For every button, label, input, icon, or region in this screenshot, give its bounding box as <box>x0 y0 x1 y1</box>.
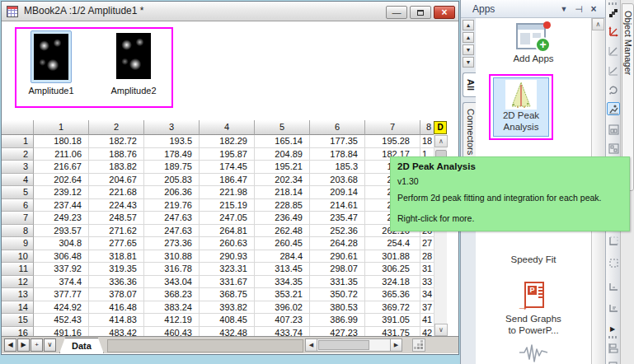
sheet-tab-data[interactable]: Data <box>59 338 104 353</box>
scroll-up-button[interactable]: ∧ <box>434 135 448 147</box>
toolbar-grip[interactable] <box>608 2 618 5</box>
row-header-13[interactable]: 13 <box>2 288 34 301</box>
prev-sheet-button[interactable]: ◀ <box>4 338 16 352</box>
cell[interactable]: 195.87 <box>200 148 255 161</box>
cell[interactable]: 248.57 <box>89 212 144 225</box>
cell[interactable]: 313.45 <box>255 263 310 276</box>
cell[interactable]: 203.68 <box>310 174 365 187</box>
thumbnail-amplitude1[interactable]: Amplitude1 <box>25 30 77 96</box>
cell[interactable]: 416.48 <box>89 301 144 315</box>
row-header-2[interactable]: 2 <box>2 148 34 161</box>
cell[interactable]: 205.83 <box>144 174 200 187</box>
row-header-7[interactable]: 7 <box>2 212 34 225</box>
table-corner-cell[interactable] <box>2 120 34 135</box>
next-sheet-button[interactable]: ▶ <box>17 338 30 352</box>
row-header-5[interactable]: 5 <box>2 186 34 199</box>
cell[interactable]: 239.12 <box>34 186 89 199</box>
cell[interactable]: 182.29 <box>200 135 255 148</box>
cell[interactable]: 34 <box>420 288 434 301</box>
xy-axes-icon[interactable] <box>607 25 620 38</box>
axis-frame-icon-4[interactable] <box>607 301 620 315</box>
row-header-9[interactable]: 9 <box>2 237 34 250</box>
col-header-5[interactable]: 5 <box>255 120 310 135</box>
panel-menu-icon[interactable]: ▼ <box>558 3 570 15</box>
cell[interactable]: 452.43 <box>34 314 89 327</box>
cell[interactable]: 316.78 <box>144 263 200 276</box>
cell[interactable]: 306.25 <box>365 263 420 276</box>
cell[interactable]: 298.07 <box>310 263 365 276</box>
line-plot2-icon[interactable] <box>607 64 620 77</box>
cell[interactable]: 249.23 <box>34 212 89 225</box>
resize-grip[interactable] <box>412 338 425 352</box>
cell[interactable]: 247.05 <box>200 212 255 225</box>
cell[interactable]: 260.45 <box>255 237 310 250</box>
cell[interactable]: 391.05 <box>365 314 420 327</box>
row-header-8[interactable]: 8 <box>2 225 34 238</box>
cell[interactable]: 393.82 <box>200 301 255 315</box>
cell[interactable]: 186.47 <box>200 174 255 187</box>
cell[interactable]: 264.81 <box>200 225 255 238</box>
cell[interactable]: 310.88 <box>144 250 200 264</box>
cell[interactable]: 323.31 <box>200 263 255 276</box>
row-header-1[interactable]: 1 <box>2 135 34 148</box>
axis-frame-icon-2[interactable] <box>607 257 620 270</box>
matrix-steps-icon[interactable] <box>607 7 620 21</box>
cell[interactable]: 209.14 <box>310 186 365 199</box>
cell[interactable]: 202.34 <box>255 174 310 187</box>
cell[interactable]: 337.92 <box>34 263 89 276</box>
cell[interactable]: 353.21 <box>255 288 310 301</box>
tab-scroll-bottom-button[interactable]: ▼ <box>463 57 474 68</box>
data-mode-button[interactable]: D <box>434 121 447 134</box>
scroll-right-button[interactable]: ▶ <box>390 339 402 351</box>
cell[interactable]: 218.14 <box>255 186 310 199</box>
sheet-list-button[interactable]: ∨ <box>44 338 56 352</box>
panel-close-icon[interactable]: × <box>588 3 599 15</box>
cell[interactable]: 412.19 <box>144 314 200 327</box>
cell[interactable]: 254.4 <box>365 237 420 250</box>
tab-scroll-top-button[interactable]: ▲ <box>463 20 474 30</box>
cell[interactable]: 378.07 <box>89 288 144 301</box>
col-header-1[interactable]: 1 <box>34 120 89 135</box>
row-header-11[interactable]: 11 <box>2 263 34 276</box>
col-header-7[interactable]: 7 <box>365 120 420 135</box>
cell[interactable]: 180.18 <box>34 135 89 148</box>
cell[interactable]: 178.84 <box>310 148 365 161</box>
window-titlebar[interactable]: MBook2A :1/2 Amplitude1 * — × <box>2 2 458 21</box>
cell[interactable]: 224.43 <box>89 199 144 212</box>
cell[interactable]: 380.53 <box>310 301 365 315</box>
cell[interactable]: 290.61 <box>310 250 365 264</box>
cell[interactable]: 195.28 <box>365 135 420 148</box>
cell[interactable]: 183.82 <box>89 161 144 174</box>
cell[interactable]: 28 <box>420 250 434 264</box>
apps-panel-header[interactable]: Apps ▼ ⊣ × <box>461 0 606 18</box>
scrollbar-thumb[interactable] <box>318 340 369 350</box>
axis-frame-icon-1[interactable] <box>607 235 620 248</box>
cell[interactable]: 306.48 <box>34 250 89 264</box>
cell[interactable]: 193.5 <box>144 135 200 148</box>
app-item-2d-peak-analysis[interactable]: 2D Peak Analysis <box>493 77 549 137</box>
cell[interactable]: 165.14 <box>255 135 310 148</box>
toolbar-expand-icon[interactable]: ▶ <box>610 326 615 333</box>
row-header-4[interactable]: 4 <box>2 174 34 187</box>
scroll-up-button[interactable]: ∧ <box>592 18 604 30</box>
cell[interactable]: 386.99 <box>310 314 365 327</box>
cell[interactable]: 221.98 <box>200 186 255 199</box>
cell[interactable]: 407.23 <box>255 314 310 327</box>
cell[interactable]: 202.64 <box>34 174 89 187</box>
align-icon-2[interactable] <box>607 361 620 364</box>
cell[interactable]: 262.48 <box>255 225 310 238</box>
row-header-12[interactable]: 12 <box>2 276 34 289</box>
cell[interactable]: 228.85 <box>255 199 310 212</box>
cell[interactable]: 277.65 <box>89 237 144 250</box>
row-header-10[interactable]: 10 <box>2 250 34 264</box>
cell[interactable]: 182.72 <box>89 135 144 148</box>
cell[interactable]: 252.36 <box>310 225 365 238</box>
cell[interactable]: 369.72 <box>365 301 420 315</box>
cell[interactable]: 264.28 <box>310 237 365 250</box>
cell[interactable]: 33 <box>420 276 434 289</box>
cell[interactable]: 273.36 <box>144 237 200 250</box>
cell[interactable]: 260.63 <box>200 237 255 250</box>
cell[interactable]: 368.23 <box>144 288 200 301</box>
app-item-calcium[interactable]: Calcium... <box>476 343 591 364</box>
cell[interactable]: 178.49 <box>144 148 200 161</box>
